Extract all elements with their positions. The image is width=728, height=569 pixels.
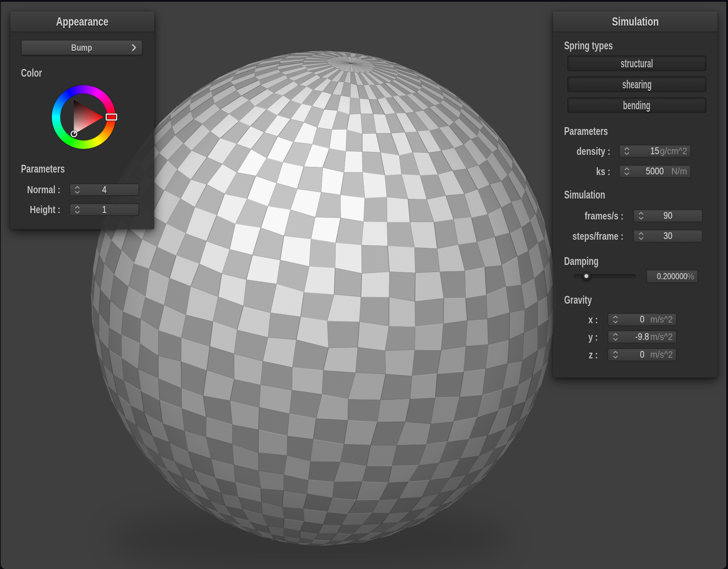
gravity-z-units: m/s^2 xyxy=(648,349,673,361)
gravity-y-floatbox[interactable]: -9.8 m/s^2 xyxy=(607,330,677,343)
gravity-x-units: m/s^2 xyxy=(648,314,673,325)
ks-units: N/m xyxy=(670,166,687,177)
spring-types-label: Spring types xyxy=(564,39,613,52)
chevron-right-icon xyxy=(131,43,137,52)
appearance-panel-header[interactable]: Appearance xyxy=(10,12,154,32)
normal-intbox[interactable]: 4 xyxy=(69,183,139,196)
structural-toggle-label: structural xyxy=(621,56,653,70)
density-label: density : xyxy=(566,145,610,158)
bump-dropdown-button[interactable]: Bump xyxy=(21,40,143,55)
color-wheel-triangle[interactable] xyxy=(47,81,120,153)
color-section-label: Color xyxy=(21,67,42,80)
bending-toggle-label: bending xyxy=(623,98,651,112)
simulation-panel: Simulation Spring types structural shear… xyxy=(553,12,717,378)
appearance-panel-title: Appearance xyxy=(56,15,108,28)
height-label: Height : xyxy=(22,203,60,216)
density-floatbox[interactable]: 15 g/cm^2 xyxy=(619,145,691,158)
normal-value: 4 xyxy=(70,184,139,195)
height-intbox[interactable]: 1 xyxy=(69,203,139,216)
shearing-toggle-label: shearing xyxy=(622,77,651,91)
gravity-label: Gravity xyxy=(564,294,592,307)
bump-dropdown-label: Bump xyxy=(71,42,92,53)
damping-slider[interactable] xyxy=(574,272,636,281)
height-value: 1 xyxy=(70,204,139,215)
appearance-parameters-label: Parameters xyxy=(21,163,65,175)
simulation-section-label: Simulation xyxy=(564,189,605,201)
ks-label: ks : xyxy=(566,165,610,178)
ks-floatbox[interactable]: 5000 N/m xyxy=(619,165,691,178)
structural-toggle-button[interactable]: structural xyxy=(567,55,706,71)
gravity-z-label: z : xyxy=(563,348,598,361)
appearance-panel: Appearance Bump Color xyxy=(10,12,154,229)
gravity-x-floatbox[interactable]: 0 m/s^2 xyxy=(607,313,677,326)
steps-value: 30 xyxy=(634,230,702,242)
hue-marker[interactable] xyxy=(106,114,117,120)
normal-label: Normal : xyxy=(22,183,60,196)
frames-intbox[interactable]: 90 xyxy=(633,209,703,222)
simulation-parameters-label: Parameters xyxy=(564,125,608,138)
gravity-x-label: x : xyxy=(563,313,598,326)
damping-label: Damping xyxy=(564,255,599,268)
simulation-panel-title: Simulation xyxy=(612,15,659,28)
gravity-y-label: y : xyxy=(563,330,598,343)
damping-slider-knob[interactable] xyxy=(582,272,591,281)
frames-value: 90 xyxy=(634,210,702,222)
shearing-toggle-button[interactable]: shearing xyxy=(567,76,706,92)
frames-label: frames/s : xyxy=(569,209,623,222)
bending-toggle-button[interactable]: bending xyxy=(567,97,706,113)
simulation-panel-header[interactable]: Simulation xyxy=(553,12,717,32)
steps-intbox[interactable]: 30 xyxy=(633,229,703,243)
gravity-z-floatbox[interactable]: 0 m/s^2 xyxy=(607,348,677,361)
damping-textbox[interactable]: 0.200000 % xyxy=(646,270,698,283)
steps-label: steps/frame : xyxy=(569,229,623,243)
damping-units: % xyxy=(686,270,694,282)
gravity-y-units: m/s^2 xyxy=(648,331,673,343)
color-wheel[interactable] xyxy=(52,85,116,149)
density-units: g/cm^2 xyxy=(658,145,687,157)
